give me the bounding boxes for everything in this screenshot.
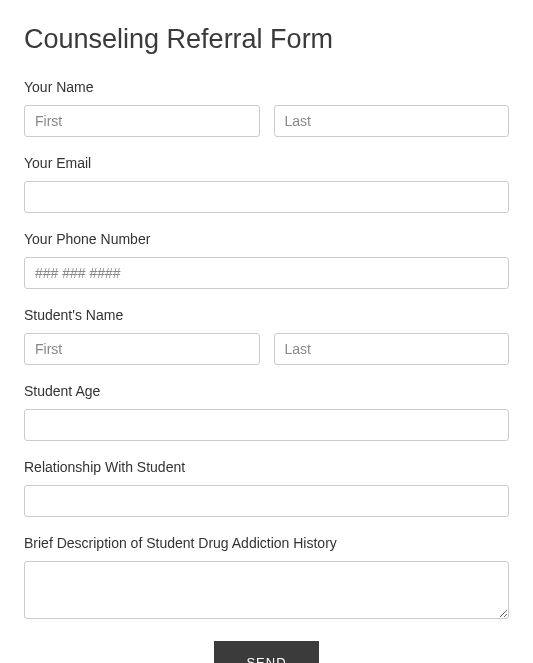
student-age-input[interactable] [24,409,509,441]
your-phone-group: Your Phone Number [24,231,509,289]
student-age-label: Student Age [24,383,509,399]
your-name-row [24,105,509,137]
student-age-group: Student Age [24,383,509,441]
your-name-first-input[interactable] [24,105,260,137]
student-name-row [24,333,509,365]
student-name-first-input[interactable] [24,333,260,365]
description-label: Brief Description of Student Drug Addict… [24,535,509,551]
your-name-group: Your Name [24,79,509,137]
your-name-label: Your Name [24,79,509,95]
student-name-group: Student's Name [24,307,509,365]
description-textarea[interactable] [24,561,509,619]
your-phone-label: Your Phone Number [24,231,509,247]
description-group: Brief Description of Student Drug Addict… [24,535,509,623]
your-email-group: Your Email [24,155,509,213]
relationship-label: Relationship With Student [24,459,509,475]
page-title: Counseling Referral Form [24,24,509,55]
relationship-input[interactable] [24,485,509,517]
your-email-input[interactable] [24,181,509,213]
your-phone-input[interactable] [24,257,509,289]
submit-row: SEND [24,641,509,663]
relationship-group: Relationship With Student [24,459,509,517]
student-name-last-input[interactable] [274,333,510,365]
your-email-label: Your Email [24,155,509,171]
your-name-last-input[interactable] [274,105,510,137]
send-button[interactable]: SEND [214,641,318,663]
student-name-label: Student's Name [24,307,509,323]
